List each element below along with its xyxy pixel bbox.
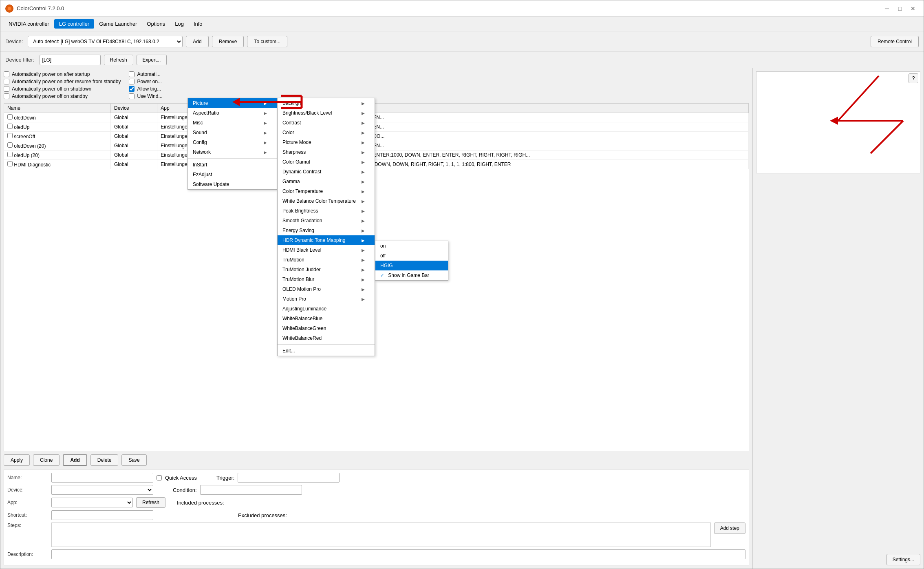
device-form-select[interactable] xyxy=(51,485,153,495)
ctx-pic-hdmiblacklevel[interactable]: HDMI Black Level ▶ xyxy=(278,245,375,255)
ctx-pic-edit[interactable]: Edit... xyxy=(278,346,375,356)
ctx-pic-energysaving[interactable]: Energy Saving ▶ xyxy=(278,226,375,235)
shortcut-input[interactable] xyxy=(51,510,153,520)
right-panel: ? Settings... xyxy=(752,68,924,569)
ctx-pic-color[interactable]: Color ▶ xyxy=(278,128,375,137)
app-select[interactable] xyxy=(51,498,133,507)
close-button[interactable]: ✕ xyxy=(907,4,919,13)
ctx-pic-oledmotionpro[interactable]: OLED Motion Pro ▶ xyxy=(278,284,375,294)
checkbox-standby: Automatically power on after resume from… xyxy=(4,79,121,84)
menu-options[interactable]: Options xyxy=(142,19,170,29)
ctx-pic-adjustingluminance[interactable]: AdjustingLuminance xyxy=(278,304,375,314)
ctx-pic-gamma[interactable]: Gamma ▶ xyxy=(278,177,375,186)
form-row-name: Name: Quick Access Trigger: xyxy=(7,473,745,483)
menu-game-launcher[interactable]: Game Launcher xyxy=(94,19,142,29)
ctx-pic-trumotionjudder[interactable]: TruMotion Judder ▶ xyxy=(278,265,375,275)
ctx-pic-contrast[interactable]: Contrast ▶ xyxy=(278,118,375,128)
ctx-pic-sharpness[interactable]: Sharpness ▶ xyxy=(278,147,375,157)
ctx-item-sound[interactable]: Sound ▶ xyxy=(188,128,277,137)
add-button[interactable]: Add xyxy=(186,36,208,47)
add-step-button[interactable]: Add step xyxy=(714,523,745,534)
svg-line-4 xyxy=(871,121,903,153)
table-row[interactable]: oledDown Global Einstellungen (com.palm.… xyxy=(4,113,749,122)
ctx-pic-picturemode[interactable]: Picture Mode ▶ xyxy=(278,137,375,147)
ctx-pic-hdrtonemapping[interactable]: HDR Dynamic Tone Mapping ▶ xyxy=(278,235,375,245)
steps-area[interactable] xyxy=(51,523,711,547)
table-row[interactable]: HDMI Diagnostic Global Einstellungen (co… xyxy=(4,160,749,169)
ctx-item-aspectratio[interactable]: AspectRatio ▶ xyxy=(188,108,277,118)
checkbox-allow-input[interactable] xyxy=(129,86,135,92)
menu-lg-controller[interactable]: LG controller xyxy=(54,19,94,29)
expert-button[interactable]: Expert... xyxy=(137,55,167,65)
main-context-menu: Picture ▶ AspectRatio ▶ Misc ▶ Sound ▶ C… xyxy=(187,98,277,190)
hdr-option-off[interactable]: off xyxy=(375,251,448,261)
menu-nvidia-controller[interactable]: NVIDIA controller xyxy=(4,19,54,29)
ctx-item-ezadjust[interactable]: EzAdjust xyxy=(188,170,277,179)
clone-button[interactable]: Clone xyxy=(33,454,60,466)
gamma-arrow-icon: ▶ xyxy=(362,179,365,184)
ctx-pic-colortemp[interactable]: Color Temperature ▶ xyxy=(278,186,375,196)
ctx-pic-wbred[interactable]: WhiteBalanceRed xyxy=(278,333,375,343)
apply-button[interactable]: Apply xyxy=(4,454,30,466)
colorgamut-arrow-icon: ▶ xyxy=(362,160,365,164)
description-input[interactable] xyxy=(51,549,745,559)
ctx-item-network[interactable]: Network ▶ xyxy=(188,147,277,157)
ctx-pic-wbgreen[interactable]: WhiteBalanceGreen xyxy=(278,323,375,333)
ctx-pic-peakbrightness[interactable]: Peak Brightness ▶ xyxy=(278,206,375,216)
save-button[interactable]: Save xyxy=(121,454,146,466)
ctx-item-picture[interactable]: Picture ▶ xyxy=(188,98,277,108)
ctx-pic-wbblue[interactable]: WhiteBalanceBlue xyxy=(278,314,375,323)
ctx-pic-brightness[interactable]: Brightness/Black Level ▶ xyxy=(278,108,375,118)
ctx-pic-smoothgradation[interactable]: Smooth Gradation ▶ xyxy=(278,216,375,226)
ctx-pic-backlight[interactable]: Backlight ▶ xyxy=(278,98,375,108)
checkbox-standby-off: Automatically power off on standby xyxy=(4,93,121,99)
ctx-pic-wbcolortemp[interactable]: White Balance Color Temperature ▶ xyxy=(278,196,375,206)
hdr-option-hgig[interactable]: HGIG xyxy=(375,261,448,270)
ctx-item-misc[interactable]: Misc ▶ xyxy=(188,118,277,128)
maximize-button[interactable]: □ xyxy=(894,4,906,13)
ctx-pic-trumotion[interactable]: TruMotion ▶ xyxy=(278,255,375,265)
annotation-svg xyxy=(756,72,920,174)
add-macro-button[interactable]: Add xyxy=(63,454,87,466)
settings-button[interactable]: Settings... xyxy=(887,554,920,565)
ctx-separator-pic xyxy=(278,344,375,345)
device-select[interactable]: Auto detect: [LG] webOS TV OLED48CX8LC, … xyxy=(28,36,183,47)
ctx-item-config[interactable]: Config ▶ xyxy=(188,137,277,147)
refresh-button-top[interactable]: Refresh xyxy=(104,55,133,65)
table-row[interactable]: screenOff Global Einstellungen (com.palm… xyxy=(4,132,749,141)
checkbox-win-input[interactable] xyxy=(129,93,135,99)
remote-control-button[interactable]: Remote Control xyxy=(871,36,919,47)
to-custom-button[interactable]: To custom... xyxy=(247,36,287,47)
refresh-app-button[interactable]: Refresh xyxy=(136,497,165,508)
checkbox-standby-off-input[interactable] xyxy=(4,93,9,99)
device-filter-input[interactable] xyxy=(40,55,101,65)
trigger-input[interactable] xyxy=(238,473,340,483)
ctx-pic-dynamiccontrast[interactable]: Dynamic Contrast ▶ xyxy=(278,167,375,177)
ctx-pic-motionpro[interactable]: Motion Pro ▶ xyxy=(278,294,375,304)
checkbox-shutdown-input[interactable] xyxy=(4,86,9,92)
hdr-option-on[interactable]: on xyxy=(375,241,448,251)
condition-input[interactable] xyxy=(200,485,302,495)
ctx-item-instart[interactable]: InStart xyxy=(188,160,277,170)
ctx-pic-trumotionblur[interactable]: TruMotion Blur ▶ xyxy=(278,275,375,284)
table-row[interactable]: oledUp (20) Global Einstellungen (com.pa… xyxy=(4,151,749,160)
table-row[interactable]: oledDown (20) Global Einstellungen (com.… xyxy=(4,141,749,151)
menu-info[interactable]: Info xyxy=(189,19,207,29)
quick-access-checkbox[interactable] xyxy=(157,475,162,480)
checkbox-standby-input[interactable] xyxy=(4,79,9,84)
ctx-pic-colorgamut[interactable]: Color Gamut ▶ xyxy=(278,157,375,167)
minimize-button[interactable]: ─ xyxy=(881,4,893,13)
brightness-arrow-icon: ▶ xyxy=(362,111,365,115)
table-row[interactable]: oledUp Global Einstellungen (com.palm.ap… xyxy=(4,122,749,132)
network-arrow-icon: ▶ xyxy=(264,150,267,155)
checkbox-startup-input[interactable] xyxy=(4,71,9,77)
ctx-item-software-update[interactable]: Software Update xyxy=(188,179,277,189)
delete-button[interactable]: Delete xyxy=(90,454,119,466)
hdr-option-gamebar[interactable]: ✓ Show in Game Bar xyxy=(375,270,448,280)
name-input[interactable] xyxy=(51,473,153,483)
help-button[interactable]: ? xyxy=(909,73,918,83)
menu-log[interactable]: Log xyxy=(170,19,189,29)
checkbox-power-input[interactable] xyxy=(129,79,135,84)
remove-button[interactable]: Remove xyxy=(212,36,244,47)
checkbox-auto-input[interactable] xyxy=(129,71,135,77)
